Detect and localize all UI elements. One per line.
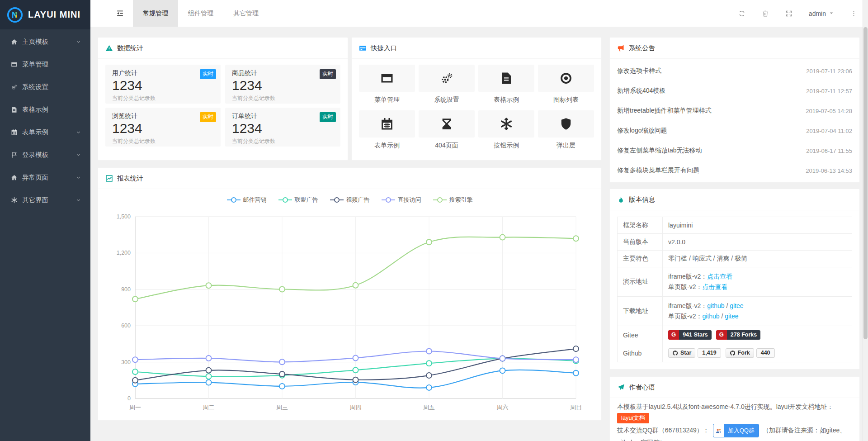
sidebar-item-4[interactable]: 表格示例 <box>0 98 90 121</box>
version-link[interactable]: gitee <box>725 313 738 320</box>
stat-card-value: 1234 <box>112 78 214 94</box>
refresh-icon <box>738 10 745 17</box>
version-panel-title: 版本信息 <box>629 195 655 204</box>
sidebar-item-8[interactable]: 其它界面 <box>0 189 90 211</box>
notice-item: 新增treetable插件和菜单管理样式2019-07-05 14:28 <box>610 101 859 121</box>
quick-entry[interactable]: 菜单管理 <box>359 65 415 104</box>
version-link[interactable]: github <box>702 313 719 320</box>
notice-text: 修复左侧菜单缩放tab无法移动 <box>617 147 702 155</box>
legend-marker-icon <box>278 197 292 203</box>
join-qq-group-button[interactable]: 加入QQ群 <box>713 424 759 437</box>
author-line-1: 本模板基于layui2.5.4以及font-awesome-4.7.0进行实现。… <box>617 402 852 412</box>
link-prefix: 单页版-v2： <box>668 283 702 290</box>
link-prefix: iframe版-v2： <box>668 273 707 280</box>
version-row-label: 主要特色 <box>618 251 663 267</box>
stat-card-label: 用户统计 <box>112 69 214 77</box>
version-table: 框架名称layuimini当前版本v2.0.0主要特色零门槛 / 响应式 / 清… <box>617 217 852 362</box>
version-table-row: 框架名称layuimini <box>618 217 852 234</box>
sidebar-item-6[interactable]: 登录模板 <box>0 143 90 166</box>
app-logo[interactable]: LAYUI MINI <box>0 0 90 29</box>
quick-entry[interactable]: 表格示例 <box>478 65 534 104</box>
legend-item[interactable]: 联盟广告 <box>278 196 318 204</box>
layui-logo-icon <box>6 6 24 24</box>
legend-label: 视频广告 <box>346 196 370 204</box>
author-body: 本模板基于layui2.5.4以及font-awesome-4.7.0进行实现。… <box>610 398 859 441</box>
sidebar-item-1[interactable]: 主页模板 <box>0 30 90 53</box>
sidebar-item-2[interactable]: 菜单管理 <box>0 53 90 76</box>
quick-entry[interactable]: 按钮示例 <box>478 110 534 150</box>
home-icon <box>11 174 18 181</box>
stat-card-value: 1234 <box>232 121 334 137</box>
quick-entry-label: 表格示例 <box>478 96 534 104</box>
stat-card-label: 订单统计 <box>232 112 334 120</box>
gitee-badge[interactable]: G278 Forks <box>716 330 761 340</box>
gitee-badge[interactable]: G941 Stars <box>668 330 712 340</box>
file-icon <box>11 106 18 113</box>
version-link[interactable]: github <box>707 302 724 309</box>
quick-entry[interactable]: 弹出层 <box>538 110 594 150</box>
sidebar-item-7[interactable]: 异常页面 <box>0 166 90 189</box>
kebab-menu-icon[interactable] <box>850 10 857 17</box>
sidebar-toggle-button[interactable] <box>107 0 133 27</box>
fullscreen-button[interactable] <box>785 10 793 17</box>
github-fork-button[interactable]: Fork <box>726 348 754 358</box>
svg-text:周日: 周日 <box>570 404 582 411</box>
stat-card-label: 浏览统计 <box>112 112 214 120</box>
legend-label: 邮件营销 <box>243 196 267 204</box>
version-row-label: 下载地址 <box>618 297 663 326</box>
chart-line-icon <box>105 175 113 182</box>
version-link[interactable]: 点击查看 <box>702 283 727 290</box>
quick-entry-box <box>478 110 534 138</box>
github-button-label: Star <box>680 350 691 356</box>
scrollbar-thumb[interactable] <box>863 27 868 339</box>
refresh-button[interactable] <box>738 10 745 17</box>
quick-panel-title: 快捷入口 <box>371 44 397 52</box>
quick-entry-label: 弹出层 <box>538 142 594 150</box>
layui-doc-badge[interactable]: layui文档 <box>617 413 649 423</box>
tab-2[interactable]: 组件管理 <box>178 0 223 27</box>
notice-item: 新增系统404模板2019-07-11 12:57 <box>610 81 859 101</box>
github-star-button[interactable]: Star <box>668 348 695 358</box>
legend-item[interactable]: 搜索引擎 <box>433 196 473 204</box>
clear-button[interactable] <box>762 10 769 17</box>
legend-item[interactable]: 视频广告 <box>330 196 370 204</box>
quick-grid: 菜单管理系统设置表格示例图标列表表单示例404页面按钮示例弹出层 <box>352 59 601 156</box>
version-row-value: 零门槛 / 响应式 / 清爽 / 极简 <box>663 251 852 267</box>
gitee-badge-text: 278 Forks <box>727 330 760 340</box>
file-icon <box>500 71 513 85</box>
github-count[interactable]: 1,419 <box>698 348 721 358</box>
link-prefix: iframe版-v2： <box>668 302 707 309</box>
flag-icon <box>11 152 18 158</box>
sidebar-item-3[interactable]: 系统设置 <box>0 76 90 98</box>
dot-circle-icon <box>559 71 573 85</box>
stat-card-desc: 当前分类总记录数 <box>232 95 334 102</box>
legend-item[interactable]: 直接访问 <box>382 196 421 204</box>
link-separator: / <box>720 313 725 320</box>
svg-text:900: 900 <box>121 286 131 293</box>
tab-3[interactable]: 其它管理 <box>223 0 269 27</box>
user-menu[interactable]: admin <box>809 10 834 17</box>
page-scrollbar[interactable] <box>863 0 868 441</box>
topbar-actions: admin <box>738 0 868 27</box>
warning-triangle-icon <box>105 44 113 52</box>
sidebar-item-5[interactable]: 表单示例 <box>0 121 90 143</box>
github-count[interactable]: 440 <box>756 348 775 358</box>
legend-marker-icon <box>382 197 395 203</box>
calendar-icon <box>11 129 18 136</box>
quick-entry[interactable]: 图标列表 <box>538 65 594 104</box>
quick-entry[interactable]: 表单示例 <box>359 110 415 150</box>
quick-entry[interactable]: 404页面 <box>419 110 475 150</box>
quick-entry-label: 图标列表 <box>538 96 594 104</box>
tab-1[interactable]: 常规管理 <box>133 0 178 27</box>
quick-entry-box <box>538 65 594 92</box>
right-column: 系统公告 修改选项卡样式2019-07-11 23:06新增系统404模板201… <box>609 37 860 441</box>
version-link-line: iframe版-v2：点击查看 <box>668 271 846 282</box>
stat-card-value: 1234 <box>232 78 334 94</box>
version-link[interactable]: gitee <box>730 302 743 309</box>
chart-panel: 报表统计 邮件营销联盟广告视频广告直接访问搜索引擎 03006009001,20… <box>98 167 602 421</box>
chart-legend: 邮件营销联盟广告视频广告直接访问搜索引擎 <box>98 196 601 204</box>
legend-item[interactable]: 邮件营销 <box>227 196 267 204</box>
quick-entry[interactable]: 系统设置 <box>419 65 475 104</box>
svg-text:周四: 周四 <box>350 404 362 411</box>
version-link[interactable]: 点击查看 <box>707 273 732 280</box>
